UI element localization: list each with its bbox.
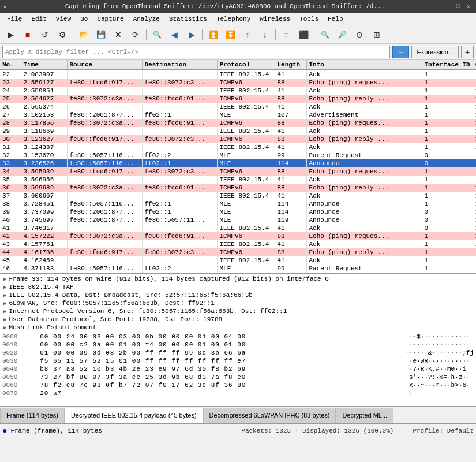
menu-item-tools[interactable]: Tools — [295, 14, 323, 24]
hex-row: 0020 01 00 00 09 0d 08 2b 00 ff ff ff 99… — [2, 349, 474, 357]
title-bar: ● Capturing from OpenThread Sniffer: /de… — [0, 0, 476, 13]
table-row[interactable]: 303.123627fe80::fcd6:917...fe80::3072:c3… — [0, 135, 476, 143]
next-packet-button[interactable]: ▶ — [183, 27, 200, 42]
col-channel[interactable]: Channel — [473, 60, 476, 70]
col-protocol[interactable]: Protocol — [217, 60, 275, 70]
menu-item-view[interactable]: View — [51, 14, 76, 24]
auto-scroll-button[interactable]: ⬛ — [295, 27, 312, 42]
zoom-in-button[interactable]: 🔍 — [317, 27, 333, 42]
table-row[interactable]: 454.162459IEEE 802.15.441Ack117 — [0, 256, 476, 264]
bottom-tab-1[interactable]: Decrypted IEEE 802.15.4 payload (45 byte… — [65, 408, 203, 423]
resize-columns-button[interactable]: ⊞ — [369, 27, 385, 42]
col-source[interactable]: Source — [67, 60, 142, 70]
table-row[interactable]: 363.599689fe80::3072:c3a...fe80::fcd6:91… — [0, 184, 476, 192]
hex-row: 0040 b8 37 a8 52 10 b3 4b 2e 23 e9 97 6d… — [2, 365, 474, 373]
bottom-tab-3[interactable]: Decrypted ML... — [336, 408, 393, 423]
table-row[interactable]: 273.102153fe80::2001:877...ff02::1MLE107… — [0, 111, 476, 119]
table-row[interactable]: 313.124387IEEE 802.15.441Ack117 — [0, 143, 476, 151]
bottom-tab-0[interactable]: Frame (114 bytes) — [0, 408, 65, 423]
go-next-button[interactable]: ↓ — [257, 27, 273, 42]
reload-file-button[interactable]: ⟳ — [128, 27, 144, 42]
toolbar: ▶ ■ ↺ ⚙ 📂 💾 ✕ ⟳ 🔍 ◀ ▶ ⏫ ⏬ ↑ ↓ ≡ ⬛ 🔍 🔎 ⊙ … — [0, 25, 476, 44]
prev-packet-button[interactable]: ◀ — [166, 27, 182, 42]
col-no[interactable]: No. — [0, 60, 21, 70]
hex-offset: 0020 — [2, 349, 31, 356]
bottom-tab-2[interactable]: Decompressed 6LoWPAN IPHC (83 bytes) — [203, 408, 336, 423]
go-prev-button[interactable]: ↑ — [239, 27, 256, 42]
menu-item-wireless[interactable]: Wireless — [255, 14, 295, 24]
hex-row: 0000 00 00 24 00 03 00 03 00 0b 00 00 00… — [2, 333, 474, 341]
stop-capture-button[interactable]: ■ — [20, 27, 36, 42]
display-filter-input[interactable] — [2, 46, 390, 58]
table-row[interactable]: 323.153670fe80::5057:116...ff02::2MLE99P… — [0, 151, 476, 159]
col-time[interactable]: Time — [21, 60, 67, 70]
table-row[interactable]: 424.157222fe80::3072:c3a...fe80::fcd6:91… — [0, 232, 476, 240]
table-row[interactable]: 373.600667IEEE 802.15.441Ack117 — [0, 192, 476, 200]
menu-item-file[interactable]: File — [2, 14, 27, 24]
detail-item[interactable]: ▶User Datagram Protocol, Src Port: 19788… — [2, 315, 474, 323]
restart-capture-button[interactable]: ↺ — [37, 27, 53, 42]
col-interface-id[interactable]: Interface ID — [422, 60, 473, 70]
detail-arrow: ▶ — [3, 316, 6, 323]
packet-list-container: No. Time Source Destination Protocol Len… — [0, 60, 476, 274]
hex-row: 0060 78 f2 c8 7e 98 0f b7 72 07 f0 17 62… — [2, 381, 474, 389]
menu-item-analyze[interactable]: Analyze — [129, 14, 164, 24]
table-row[interactable]: 353.596956IEEE 802.15.441Ack117 — [0, 176, 476, 184]
table-row[interactable]: 293.118669IEEE 802.15.441Ack117 — [0, 127, 476, 135]
colorize-button[interactable]: ≡ — [278, 27, 294, 42]
col-destination[interactable]: Destination — [142, 60, 217, 70]
zoom-normal-button[interactable]: ⊙ — [351, 27, 368, 42]
find-packet-button[interactable]: 🔍 — [149, 27, 165, 42]
table-row[interactable]: 242.559851IEEE 802.15.441Ack117 — [0, 87, 476, 95]
maximize-button[interactable]: □ — [454, 2, 462, 10]
go-last-button[interactable]: ⏬ — [222, 27, 238, 42]
table-row[interactable]: 434.157751IEEE 802.15.441Ack117 — [0, 240, 476, 248]
detail-item[interactable]: ▶IEEE 802.15.4 Data, Dst: Broadcast, Src… — [2, 291, 474, 299]
start-capture-button[interactable]: ▶ — [2, 27, 18, 42]
col-length[interactable]: Length — [275, 60, 306, 70]
hex-ascii: ··$············· — [404, 333, 474, 340]
table-row[interactable]: 262.565374IEEE 802.15.441Ack117 — [0, 103, 476, 111]
table-row[interactable]: 444.161786fe80::fcd6:917...fe80::3072:c3… — [0, 248, 476, 256]
add-filter-button[interactable]: + — [461, 46, 474, 58]
hex-ascii: ·7·R·K.#··m0··i — [404, 366, 474, 372]
expression-button[interactable]: Expression... — [411, 46, 459, 58]
col-info[interactable]: Info — [306, 60, 422, 70]
menu-item-help[interactable]: Help — [323, 14, 347, 24]
detail-item[interactable]: ▶6LoWPAN, Src: fe80::5057:1165:f56a:663b… — [2, 299, 474, 307]
hex-offset: 0000 — [2, 333, 31, 340]
detail-item[interactable]: ▶Mesh Link Establishment — [2, 323, 474, 331]
table-row[interactable]: 383.728451fe80::5057:116...ff02::1MLE114… — [0, 200, 476, 208]
table-row[interactable]: 343.595939fe80::fcd6:917...fe80::3072:c3… — [0, 167, 476, 176]
zoom-out-button[interactable]: 🔎 — [334, 27, 350, 42]
capture-options-button[interactable]: ⚙ — [54, 27, 70, 42]
detail-item[interactable]: ▶IEEE 802.15.4 TAP — [2, 283, 474, 291]
save-file-button[interactable]: 💾 — [93, 27, 109, 42]
hex-offset: 0040 — [2, 366, 31, 372]
menu-item-edit[interactable]: Edit — [27, 14, 51, 24]
menu-item-capture[interactable]: Capture — [92, 14, 128, 24]
close-button[interactable]: ✕ — [464, 2, 473, 10]
table-row[interactable]: 413.746317IEEE 802.15.441Ack017 — [0, 224, 476, 232]
table-row[interactable]: 333.236526fe80::5057:116...ff02::1MLE114… — [0, 159, 476, 167]
apply-filter-button[interactable]: → — [392, 46, 409, 58]
table-row[interactable]: 464.371183fe80::5057:116...ff02::2MLE99P… — [0, 264, 476, 273]
detail-item[interactable]: ▶Internet Protocol Version 6, Src: fe80:… — [2, 307, 474, 315]
detail-arrow: ▶ — [3, 300, 6, 307]
open-file-button[interactable]: 📂 — [76, 27, 92, 42]
table-row[interactable]: 403.745697fe80::2001:877...fe80::5057:11… — [0, 216, 476, 224]
minimize-button[interactable]: ─ — [444, 2, 452, 10]
menu-item-go[interactable]: Go — [76, 14, 92, 24]
detail-item[interactable]: ▶Frame 33: 114 bytes on wire (912 bits),… — [2, 275, 474, 283]
go-first-button[interactable]: ⏫ — [205, 27, 221, 42]
packet-table: No. Time Source Destination Protocol Len… — [0, 60, 476, 274]
menu-item-telephony[interactable]: Telephony — [212, 14, 255, 24]
table-row[interactable]: 393.737099fe80::2001:877...ff02::1MLE114… — [0, 208, 476, 216]
table-row[interactable]: 232.559127fe80::fcd6:917...fe80::3072:c3… — [0, 79, 476, 87]
table-row[interactable]: 283.117856fe80::3072:c3a...fe80::fcd6:91… — [0, 119, 476, 127]
menu-item-statistics[interactable]: Statistics — [164, 14, 212, 24]
table-row[interactable]: 252.564627fe80::3072:c3a...fe80::fcd6:91… — [0, 95, 476, 103]
table-row[interactable]: 222.083907IEEE 802.15.441Ack117 — [0, 70, 476, 79]
close-file-button[interactable]: ✕ — [110, 27, 126, 42]
detail-text: IEEE 802.15.4 TAP — [9, 284, 73, 290]
